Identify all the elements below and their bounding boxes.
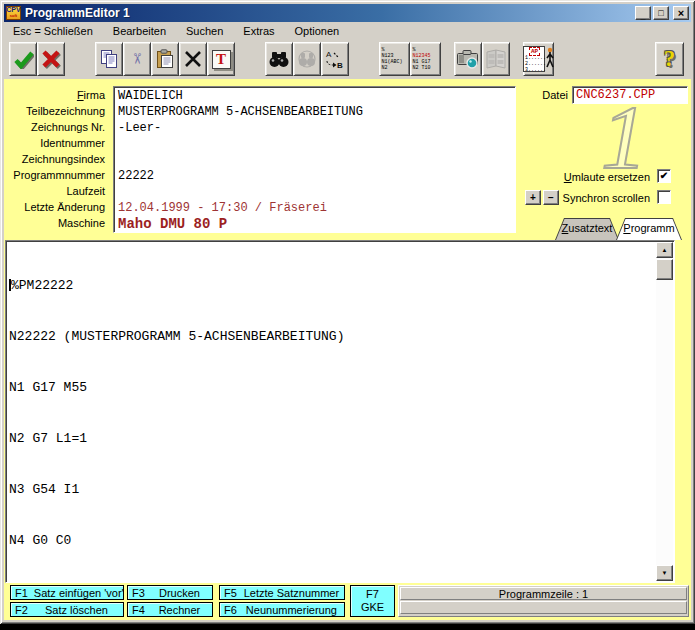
- f1-button[interactable]: F1Satz einfügen 'vor': [10, 585, 124, 600]
- paste-icon: [155, 49, 175, 69]
- program-editor[interactable]: %PM22222 N22222 (MUSTERPROGRAMM 5-ACHSEN…: [5, 240, 675, 583]
- text-insert-button[interactable]: T: [207, 42, 235, 76]
- editor-line: N4 G0 C0: [9, 532, 654, 549]
- value-zeichnungs-nr: -Leer-: [118, 120, 515, 136]
- menu-item-optionen[interactable]: Optionen: [295, 25, 340, 37]
- question-mark-icon: ?: [664, 46, 676, 72]
- f5-button[interactable]: F5Letzte Satznummer: [219, 585, 345, 600]
- label-programmnummer: Programmnummer: [4, 168, 109, 184]
- label-letzte-aenderung: Letzte Änderung: [4, 200, 109, 216]
- menu-item-extras[interactable]: Extras: [243, 25, 274, 37]
- program-header-box: WAIDELICH MUSTERPROGRAMM 5-ACHSENBEARBEI…: [113, 86, 516, 233]
- minimize-icon: _: [640, 12, 645, 21]
- renumber-button[interactable]: % N123 N1(ABC) N2: [379, 42, 410, 76]
- svg-text:A: A: [326, 50, 332, 59]
- value-letzte-aenderung: 12.04.1999 - 17:30 / Fräserei: [118, 200, 515, 216]
- menu-item-bearbeiten[interactable]: Bearbeiten: [113, 25, 166, 37]
- value-firma: WAIDELICH: [118, 88, 515, 104]
- f2-button[interactable]: F2Satz löschen: [10, 602, 124, 617]
- menu-item-suchen[interactable]: Suchen: [186, 25, 223, 37]
- value-laufzeit: [118, 184, 515, 200]
- walking-person-icon: [546, 47, 554, 71]
- maximize-button[interactable]: □: [653, 6, 669, 20]
- confirm-button[interactable]: [9, 42, 37, 76]
- scissors-icon: ✂: [128, 53, 146, 66]
- scrollbar-thumb[interactable]: [656, 259, 673, 280]
- label-laufzeit: Laufzeit: [4, 184, 109, 200]
- label-identnummer: Identnummer: [4, 136, 109, 152]
- editor-line: N3 G54 I1: [9, 481, 654, 498]
- copy-icon: [99, 49, 119, 69]
- value-programmnummer: 22222: [118, 168, 515, 184]
- renumber-full-icon: % N12345 N1 G17 N2 T10: [413, 47, 439, 71]
- find-button[interactable]: [265, 42, 293, 76]
- pages-icon: [484, 48, 508, 70]
- tab-zusatztext[interactable]: Zusatztext: [555, 218, 619, 240]
- app-icon: CPV soft: [6, 6, 21, 20]
- paste-button[interactable]: [151, 42, 179, 76]
- value-maschine: Maho DMU 80 P: [118, 216, 515, 232]
- f7-button[interactable]: F7GKE: [350, 585, 395, 617]
- x-black-icon: [184, 50, 202, 68]
- status-empty-row: [400, 601, 687, 614]
- copy-button[interactable]: [95, 42, 123, 76]
- plus-icon: +: [530, 192, 536, 203]
- value-zeichnungsindex: [118, 152, 515, 168]
- label-maschine: Maschine: [4, 216, 109, 232]
- maximize-icon: □: [658, 9, 663, 18]
- check-icon: [12, 49, 34, 69]
- editor-line: %PM22222: [9, 277, 654, 294]
- check-icon: ✔: [660, 171, 668, 181]
- replace-button[interactable]: A B: [321, 42, 349, 76]
- editor-line: N2 G7 L1=1: [9, 430, 654, 447]
- toolbar: ✂ T: [4, 39, 691, 79]
- label-zeichnungs-nr: Zeichnungs Nr.: [4, 120, 109, 136]
- arrow-down-icon: ▼: [662, 570, 668, 576]
- letter-t-icon: T: [212, 50, 231, 69]
- label-teilbezeichnung: Teilbezeichnung: [4, 104, 109, 120]
- scroll-up-button[interactable]: ▲: [656, 242, 673, 258]
- close-button[interactable]: ×: [673, 6, 689, 20]
- cancel-button[interactable]: [37, 42, 65, 76]
- replace-a-to-b-icon: A B: [324, 48, 346, 70]
- f3-button[interactable]: F3Drucken: [127, 585, 213, 600]
- f4-button[interactable]: F4Rechner: [127, 602, 213, 617]
- binoculars-icon: [268, 50, 290, 68]
- x-red-icon: [41, 49, 61, 69]
- app-icon-subtext: soft: [10, 13, 17, 19]
- help-button[interactable]: ?: [655, 42, 684, 76]
- camera-icon: [456, 48, 480, 70]
- menu-item-schliessen[interactable]: Esc = Schließen: [13, 25, 93, 37]
- label-synchron-scrollen: Synchron scrollen: [552, 192, 650, 204]
- editor-line: N22222 (MUSTERPROGRAMM 5-ACHSENBEARBEITU…: [9, 328, 654, 345]
- cut-button[interactable]: ✂: [123, 42, 151, 76]
- client-area: Firma Teilbezeichnung Zeichnungs Nr. Ide…: [4, 79, 691, 620]
- program-run-button[interactable]: AP 1...... 2...... 3......: [523, 42, 554, 76]
- app-window: CPV soft ProgrammEditor 1 _ □ × Esc = Sc…: [0, 0, 695, 624]
- program-text: %PM22222 N22222 (MUSTERPROGRAMM 5-ACHSEN…: [9, 243, 654, 582]
- ap-list-icon: AP 1...... 2...... 3......: [523, 46, 545, 72]
- umlaute-checkbox[interactable]: ✔: [657, 169, 671, 183]
- arrow-up-icon: ▲: [662, 247, 668, 253]
- synchron-checkbox[interactable]: ✔: [657, 190, 671, 204]
- renumber-full-button[interactable]: % N12345 N1 G17 N2 T10: [410, 42, 441, 76]
- title-bar: CPV soft ProgrammEditor 1 _ □ ×: [4, 4, 691, 22]
- status-panel: Programmzeile : 1: [398, 585, 689, 617]
- find-next-button: [293, 42, 321, 76]
- close-icon: ×: [678, 8, 684, 19]
- program-line-status: Programmzeile : 1: [400, 587, 687, 600]
- form-labels: Firma Teilbezeichnung Zeichnungs Nr. Ide…: [4, 88, 109, 232]
- delete-button[interactable]: [179, 42, 207, 76]
- label-zeichnungsindex: Zeichnungsindex: [4, 152, 109, 168]
- vertical-scrollbar[interactable]: ▲ ▼: [656, 242, 673, 581]
- tab-programm[interactable]: Programm: [616, 218, 682, 240]
- label-umlaute-ersetzen: Umlaute ersetzen: [502, 171, 650, 183]
- scroll-plus-button[interactable]: +: [525, 190, 541, 205]
- preview-pages-button: [482, 42, 510, 76]
- scroll-down-button[interactable]: ▼: [656, 565, 673, 581]
- value-teilbezeichnung: MUSTERPROGRAMM 5-ACHSENBEARBEITUNG: [118, 104, 515, 120]
- f6-button[interactable]: F6Neunummerierung: [219, 602, 345, 617]
- menu-bar: Esc = Schließen Bearbeiten Suchen Extras…: [4, 23, 691, 39]
- minimize-button[interactable]: _: [635, 6, 651, 20]
- snapshot-button[interactable]: [454, 42, 482, 76]
